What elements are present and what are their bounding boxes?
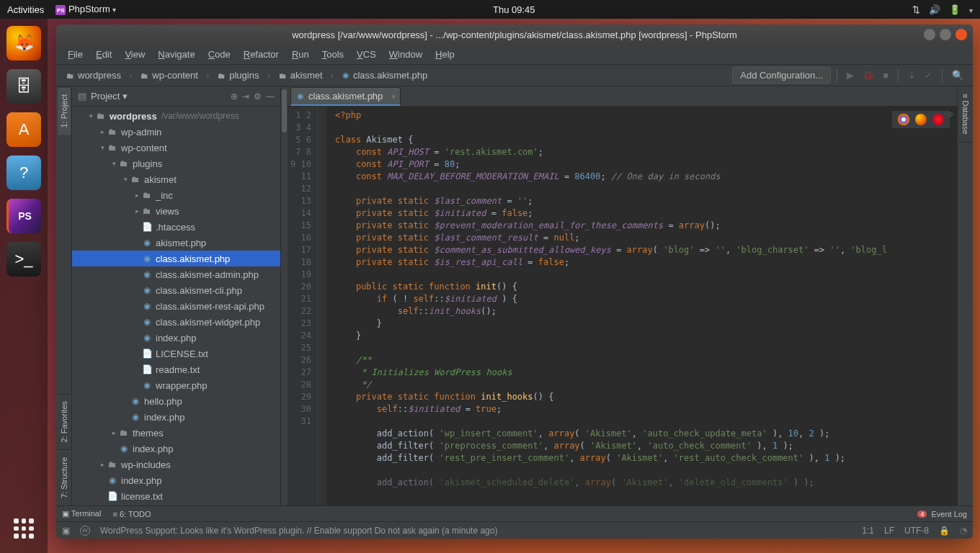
tree-item[interactable]: ◉hello.php <box>72 393 280 409</box>
inspections-indicator-icon[interactable]: ◔ <box>960 526 967 536</box>
menu-window[interactable]: Window <box>383 46 428 63</box>
breadcrumb-plugins[interactable]: 🖿plugins <box>213 68 275 83</box>
tree-item[interactable]: ▸🖿wp-admin <box>72 124 280 140</box>
breadcrumb-wordpress[interactable]: 🖿wordpress <box>62 68 136 83</box>
volume-icon[interactable]: 🔊 <box>929 4 940 15</box>
window-titlebar[interactable]: wordpress [/var/www/wordpress] - .../wp-… <box>56 24 973 45</box>
status-bar: ▣ W WordPress Support: Looks like it's W… <box>56 521 973 539</box>
scroll-from-source-icon[interactable]: ⊕ <box>231 91 238 102</box>
tool-tab-event-log[interactable]: Event Log <box>931 510 967 518</box>
tool-tab-project[interactable]: 1: Project <box>58 86 71 135</box>
status-message[interactable]: WordPress Support: Looks like it's WordP… <box>100 526 852 536</box>
dock-phpstorm[interactable]: PS <box>6 199 41 233</box>
tree-item[interactable]: ▸🖿themes <box>72 425 280 441</box>
vcs-update-icon[interactable]: ⇣ <box>904 70 919 81</box>
firefox-icon[interactable] <box>915 114 927 125</box>
menu-tools[interactable]: Tools <box>316 46 349 63</box>
dock-firefox[interactable]: 🦊 <box>6 26 41 60</box>
window-close[interactable] <box>956 29 967 40</box>
menu-refactor[interactable]: Refactor <box>238 46 285 63</box>
tree-item[interactable]: ▸🖿_inc <box>72 187 280 203</box>
tree-item[interactable]: ◉index.php <box>72 472 280 488</box>
add-configuration-button[interactable]: Add Configuration... <box>732 67 831 84</box>
vcs-commit-icon[interactable]: ✓ <box>921 70 936 81</box>
tool-tab-todo[interactable]: ≡ 6: TODO <box>112 510 151 518</box>
dock-terminal[interactable]: >_ <box>6 242 41 276</box>
dock-help[interactable]: ? <box>6 156 41 190</box>
collapse-all-icon[interactable]: ⇥ <box>242 91 249 102</box>
app-menu[interactable]: PS PhpStorm <box>55 4 115 16</box>
stop-icon[interactable]: ■ <box>879 70 892 81</box>
line-numbers[interactable]: 1 2 3 4 5 6 7 8 9 10 11 12 13 14 15 16 1… <box>288 107 318 505</box>
menu-view[interactable]: View <box>119 46 151 63</box>
editor-tab-label: class.akismet.php <box>308 91 383 102</box>
readonly-lock-icon[interactable]: 🔒 <box>939 526 950 536</box>
window-minimize[interactable] <box>924 29 935 40</box>
hide-icon[interactable]: — <box>266 91 275 102</box>
project-view-selector[interactable]: Project ▾ <box>91 91 226 102</box>
breadcrumb-class.akismet.php[interactable]: ◉class.akismet.php <box>338 68 440 83</box>
tree-item[interactable]: ◉wrapper.php <box>72 377 280 393</box>
os-top-bar: Activities PS PhpStorm Thu 09:45 ⇅ 🔊 🔋 <box>0 0 980 19</box>
tree-item[interactable]: 📄license.txt <box>72 488 280 504</box>
network-icon[interactable]: ⇅ <box>912 4 920 15</box>
fold-gutter[interactable] <box>318 107 326 505</box>
debug-icon[interactable]: 🐞 <box>859 70 878 81</box>
tree-item[interactable]: ◉class.akismet-cli.php <box>72 282 280 298</box>
tree-item[interactable]: 📄LICENSE.txt <box>72 346 280 361</box>
menu-vcs[interactable]: VCS <box>351 46 382 63</box>
tool-window-quick-access-icon[interactable]: ▣ <box>62 526 70 536</box>
window-maximize[interactable] <box>940 29 951 40</box>
run-icon[interactable]: ▶ <box>843 70 858 81</box>
battery-icon[interactable]: 🔋 <box>949 4 961 15</box>
opera-icon[interactable] <box>932 114 944 125</box>
tree-item[interactable]: ▾🖿plugins <box>72 156 280 171</box>
system-menu[interactable] <box>969 4 973 15</box>
line-separator[interactable]: LF <box>884 526 894 536</box>
tool-tab-structure[interactable]: 7: Structure <box>58 449 71 505</box>
tree-item[interactable]: ◉akismet.php <box>72 235 280 251</box>
menu-run[interactable]: Run <box>286 46 315 63</box>
activities-button[interactable]: Activities <box>7 4 44 15</box>
tool-tab-terminal[interactable]: ▣ Terminal <box>62 509 101 518</box>
file-encoding[interactable]: UTF-8 <box>904 526 929 536</box>
menu-file[interactable]: File <box>62 46 89 63</box>
tree-item[interactable]: ▸🖿wp-includes <box>72 457 280 472</box>
tool-tab-favorites[interactable]: 2: Favorites <box>58 393 71 449</box>
tree-item[interactable]: ▾🖿akismet <box>72 171 280 187</box>
tool-tab-database[interactable]: ≡ Database <box>959 86 972 143</box>
tree-item[interactable]: ▸🖿views <box>72 203 280 219</box>
tree-item[interactable]: 📄.htaccess <box>72 219 280 235</box>
tree-item[interactable]: ◉index.php <box>72 441 280 457</box>
project-scrollbar[interactable] <box>281 86 288 505</box>
close-tab-icon[interactable]: × <box>391 92 396 101</box>
search-everywhere-icon[interactable]: 🔍 <box>948 70 967 81</box>
menu-code[interactable]: Code <box>202 46 236 63</box>
chrome-icon[interactable] <box>898 114 909 125</box>
settings-icon[interactable]: ⚙ <box>254 91 262 102</box>
breadcrumb-wp-content[interactable]: 🖿wp-content <box>136 68 213 83</box>
code-content[interactable]: <?php class Akismet { const API_HOST = '… <box>326 107 957 505</box>
caret-position[interactable]: 1:1 <box>862 526 874 536</box>
dock-apps-grid[interactable] <box>6 511 41 546</box>
tree-item[interactable]: ◉class.akismet-rest-api.php <box>72 298 280 314</box>
dock-files[interactable]: 🗄 <box>6 69 41 104</box>
breadcrumb-akismet[interactable]: 🖿akismet <box>275 68 338 83</box>
tree-item[interactable]: ◉class.akismet-widget.php <box>72 314 280 330</box>
event-count-badge: 4 <box>917 511 927 518</box>
tree-item[interactable]: ◉index.php <box>72 409 280 425</box>
editor-tab[interactable]: ◉ class.akismet.php × <box>290 87 401 106</box>
tree-item[interactable]: 📄readme.txt <box>72 361 280 377</box>
menu-navigate[interactable]: Navigate <box>152 46 200 63</box>
project-tree[interactable]: ▾🖿wordpress/var/www/wordpress▸🖿wp-admin▾… <box>72 107 280 505</box>
wordpress-icon[interactable]: W <box>80 526 90 536</box>
menu-help[interactable]: Help <box>429 46 460 63</box>
dock-software[interactable]: A <box>6 112 41 147</box>
tree-item[interactable]: ▾🖿wordpress/var/www/wordpress <box>72 108 280 124</box>
tree-item[interactable]: ◉class.akismet.php <box>72 251 280 266</box>
tree-item[interactable]: ◉class.akismet-admin.php <box>72 266 280 282</box>
clock[interactable]: Thu 09:45 <box>116 4 912 15</box>
tree-item[interactable]: ▾🖿wp-content <box>72 140 280 156</box>
menu-edit[interactable]: Edit <box>90 46 117 63</box>
tree-item[interactable]: ◉index.php <box>72 330 280 346</box>
